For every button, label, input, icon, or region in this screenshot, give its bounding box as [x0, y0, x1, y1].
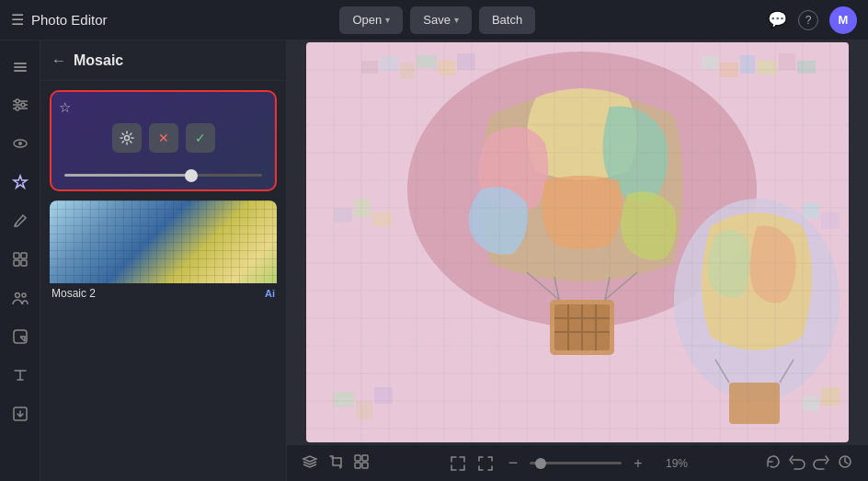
effect-thumb-image [50, 200, 277, 283]
save-button[interactable]: Save ▾ [410, 6, 472, 34]
sidebar-item-text[interactable] [4, 359, 37, 392]
svg-rect-45 [457, 53, 475, 70]
crop-icon[interactable] [327, 453, 344, 474]
svg-rect-97 [355, 463, 360, 468]
avatar[interactable]: M [829, 6, 857, 34]
sidebar-item-people[interactable] [4, 281, 37, 315]
svg-rect-43 [417, 55, 437, 68]
svg-rect-37 [729, 383, 780, 424]
effect-thumbnail[interactable]: Mosaic 2 Ai [50, 200, 277, 300]
effect-controls: ✕ ✓ [61, 123, 266, 153]
svg-rect-40 [361, 61, 378, 74]
svg-rect-15 [21, 253, 27, 258]
zoom-level: 19% [655, 457, 688, 470]
panel-header: ← Mosaic [40, 40, 286, 81]
effect-thumb-label: Mosaic 2 Ai [50, 283, 277, 300]
close-button[interactable]: ✕ [149, 123, 178, 153]
svg-rect-98 [362, 463, 368, 468]
sidebar-item-effects[interactable] [4, 166, 37, 199]
sidebar-item-import[interactable] [4, 397, 37, 430]
rotate-icon[interactable] [765, 453, 782, 474]
effect-name: Mosaic 2 [51, 287, 96, 300]
chat-icon[interactable]: 💬 [768, 10, 787, 29]
svg-rect-57 [334, 392, 354, 407]
grid-icon[interactable] [353, 453, 370, 474]
topbar-left: ☰ Photo Editor [11, 11, 108, 29]
topbar-right: 💬 ? M [768, 6, 857, 34]
sidebar-item-layers[interactable] [4, 50, 37, 83]
app-title: Photo Editor [31, 12, 108, 28]
svg-point-3 [16, 99, 19, 103]
svg-rect-58 [356, 401, 372, 419]
svg-rect-42 [400, 63, 415, 79]
svg-point-18 [15, 293, 19, 298]
bottom-center: − + 19% [447, 452, 688, 475]
canvas-area: − + 19% [287, 40, 868, 481]
svg-rect-50 [779, 53, 795, 70]
svg-point-22 [124, 136, 129, 141]
topbar-center: Open ▾ Save ▾ Batch [108, 6, 768, 34]
icon-bar [0, 40, 40, 481]
svg-point-13 [18, 142, 22, 145]
svg-rect-44 [439, 61, 455, 75]
svg-rect-60 [803, 396, 819, 411]
zoom-fit-button[interactable] [474, 452, 497, 475]
batch-button[interactable]: Batch [479, 6, 535, 34]
history-button[interactable] [837, 453, 853, 474]
intensity-slider[interactable] [64, 174, 262, 177]
sidebar-item-adjustments[interactable] [4, 88, 37, 121]
zoom-in-button[interactable]: + [627, 452, 649, 475]
svg-rect-55 [803, 203, 819, 218]
sidebar-item-sticker[interactable] [4, 320, 37, 353]
svg-rect-17 [21, 260, 27, 266]
svg-rect-51 [797, 61, 816, 74]
ai-badge: Ai [265, 288, 275, 299]
open-button[interactable]: Open ▾ [339, 6, 403, 34]
svg-rect-52 [334, 208, 352, 223]
svg-rect-2 [14, 70, 27, 72]
help-icon[interactable]: ? [798, 10, 818, 30]
redo-button[interactable] [813, 453, 829, 474]
svg-rect-1 [14, 66, 27, 68]
settings-button[interactable] [112, 123, 142, 153]
zoom-out-button[interactable]: − [502, 452, 524, 475]
topbar: ☰ Photo Editor Open ▾ Save ▾ Batch 💬 ? M [0, 0, 868, 40]
svg-rect-14 [14, 253, 19, 258]
open-chevron: ▾ [385, 15, 390, 25]
svg-rect-16 [14, 260, 19, 266]
main: ← Mosaic ☆ ✕ ✓ [0, 40, 868, 481]
sidebar-item-brush[interactable] [4, 204, 37, 237]
canvas-image [306, 42, 849, 442]
slider-container [61, 164, 266, 180]
canvas-wrapper [287, 40, 868, 444]
apply-button[interactable]: ✓ [186, 123, 215, 153]
svg-rect-54 [372, 212, 393, 226]
svg-rect-96 [362, 455, 368, 461]
sidebar-item-shapes[interactable] [4, 243, 37, 276]
layers-icon[interactable] [302, 453, 318, 474]
svg-point-9 [16, 107, 19, 110]
panel-content: ☆ ✕ ✓ [40, 81, 286, 481]
sidebar-item-eye[interactable] [4, 127, 37, 160]
svg-rect-95 [355, 455, 360, 461]
svg-rect-0 [14, 63, 27, 64]
effects-panel: ← Mosaic ☆ ✕ ✓ [40, 40, 287, 481]
svg-rect-49 [757, 61, 777, 74]
zoom-slider[interactable] [530, 462, 622, 464]
panel-title: Mosaic [74, 52, 123, 69]
undo-button[interactable] [789, 453, 805, 474]
fit-width-button[interactable] [447, 452, 469, 475]
svg-point-19 [22, 293, 26, 297]
back-button[interactable]: ← [51, 52, 66, 69]
svg-rect-59 [374, 387, 393, 404]
bottom-right [765, 453, 853, 474]
bottom-bar: − + 19% [287, 444, 868, 481]
active-effect-card: ☆ ✕ ✓ [50, 90, 277, 191]
menu-icon[interactable]: ☰ [11, 11, 24, 29]
bottom-left [302, 453, 370, 474]
mosaic-pattern [50, 200, 277, 283]
svg-point-6 [21, 103, 25, 107]
svg-rect-46 [702, 56, 718, 69]
save-chevron: ▾ [454, 15, 459, 25]
star-icon[interactable]: ☆ [59, 99, 71, 116]
